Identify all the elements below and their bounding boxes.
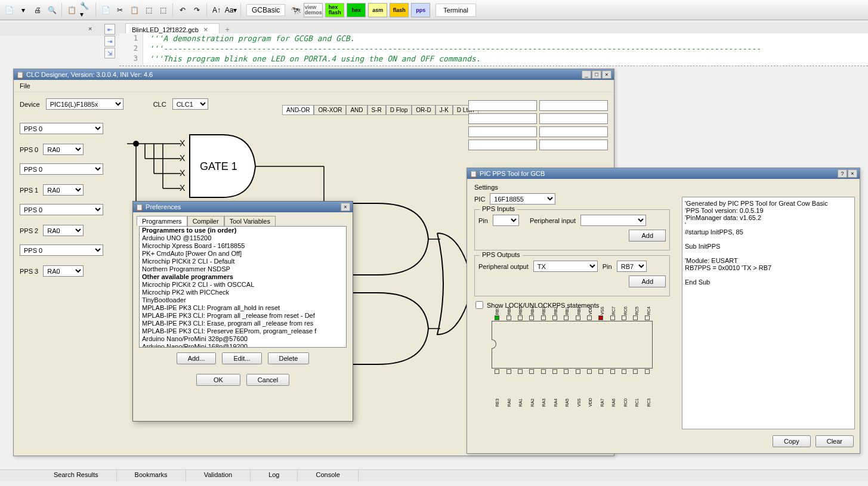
list-item[interactable]: MPLAB-IPE PK3 CLI: Erase, program all _r… xyxy=(140,320,346,327)
hex-flash-button[interactable]: hex flash xyxy=(325,3,344,17)
pps-sel-2[interactable]: PPS 0 xyxy=(20,163,103,175)
cow-icon[interactable]: 🐄 xyxy=(289,4,302,17)
cancel-button[interactable]: Cancel xyxy=(246,374,289,386)
tab-log[interactable]: Log xyxy=(251,470,298,481)
pin-sel-2[interactable]: RA0 xyxy=(43,184,84,196)
add-button[interactable]: Add... xyxy=(177,352,217,364)
add-input-button[interactable]: Add xyxy=(629,230,666,242)
delete-button[interactable]: Delete xyxy=(268,352,310,364)
list-item[interactable]: MPLAB-IPE PK3 CLI: Program all _release … xyxy=(140,312,346,320)
clc-text-2[interactable] xyxy=(539,100,608,111)
list-item[interactable]: Microchip Xpress Board - 16f18855 xyxy=(140,242,346,250)
print-icon[interactable]: 🖨 xyxy=(31,4,44,17)
list-item[interactable]: MPLAB-IPE PK3 CLI: Preserve EEProm, prog… xyxy=(140,327,346,335)
pref-title-bar[interactable]: 📋 Preferences × xyxy=(133,202,353,212)
new-icon[interactable]: 📄 xyxy=(2,4,16,17)
flash-button[interactable]: flash xyxy=(390,3,409,17)
tab-and-or[interactable]: AND-OR xyxy=(282,105,314,115)
cut-icon[interactable]: ✂ xyxy=(113,4,126,17)
output-pin-select[interactable]: RB7 xyxy=(617,261,647,272)
tab-jk[interactable]: J-K xyxy=(435,105,453,115)
panel-close-icon[interactable]: × xyxy=(88,25,95,32)
copy-button[interactable]: Copy xyxy=(773,435,811,447)
programmers-list[interactable]: Programmers to use (in order) Arduino UN… xyxy=(139,226,347,348)
fold-icon-1[interactable]: ⇤ xyxy=(104,24,115,35)
code-editor[interactable]: 123 '''A demonstration program for GCGB … xyxy=(119,33,868,66)
tab-dflop[interactable]: D Flop xyxy=(386,105,412,115)
tab-search-results[interactable]: Search Results xyxy=(36,470,117,481)
pin-sel-1[interactable]: RA0 xyxy=(43,144,84,155)
list-item[interactable]: Arduino Nano/ProMini 168p@19200 xyxy=(140,343,346,348)
clc-text-3[interactable] xyxy=(468,113,537,124)
list-item[interactable]: Arduino Nano/ProMini 328p@57600 xyxy=(140,335,346,343)
close-icon[interactable]: × xyxy=(602,70,611,79)
tab-ord[interactable]: OR-D xyxy=(412,105,435,115)
clc-title-bar[interactable]: 📋 CLC Designer, Version: 3.0.0.4, INI Ve… xyxy=(14,69,614,80)
add-output-button[interactable]: Add xyxy=(629,275,666,287)
tab-compiler[interactable]: Compiler xyxy=(187,216,224,226)
select-all-icon[interactable]: ⬚ xyxy=(156,4,169,17)
paste-icon[interactable]: 📋 xyxy=(128,4,141,17)
font-dec-icon[interactable]: Aa▾ xyxy=(224,4,237,17)
language-selector[interactable]: GCBasic xyxy=(246,4,285,16)
clc-text-6[interactable] xyxy=(539,126,608,137)
redo-icon[interactable]: ↷ xyxy=(190,4,203,17)
device-select[interactable]: PIC16(L)F1885x xyxy=(46,98,123,110)
clc-menu-file[interactable]: File xyxy=(20,82,30,89)
ok-button[interactable]: OK xyxy=(196,374,240,386)
list-item[interactable]: MPLAB-IPE PK3 CLI: Program all_hold in r… xyxy=(140,304,346,312)
input-pin-select[interactable] xyxy=(493,215,519,226)
clear-button[interactable]: Clear xyxy=(816,435,854,447)
pref-close-icon[interactable]: × xyxy=(341,203,350,211)
pps-button[interactable]: pps xyxy=(411,3,430,17)
clc-text-4[interactable] xyxy=(539,113,608,124)
close-tab-icon[interactable]: × xyxy=(203,25,208,34)
maximize-icon[interactable]: □ xyxy=(592,70,601,79)
tab-or-xor[interactable]: OR-XOR xyxy=(314,105,346,115)
periph-out-select[interactable]: TX xyxy=(533,261,598,272)
pic-select[interactable]: 16F18855 xyxy=(490,193,555,205)
tab-programmers[interactable]: Programmers xyxy=(137,216,187,226)
tab-and[interactable]: AND xyxy=(346,105,367,115)
tab-validation[interactable]: Validation xyxy=(186,470,251,481)
pps-help-icon[interactable]: ? xyxy=(838,169,847,178)
minimize-icon[interactable]: _ xyxy=(582,70,591,79)
list-item[interactable]: PK+ CmdAuto [Power On and Off] xyxy=(140,250,346,258)
hex-button[interactable]: hex xyxy=(347,3,366,17)
clc-text-8[interactable] xyxy=(539,140,608,150)
pps-output-text[interactable]: 'Generated by PIC PPS Tool for Great Cow… xyxy=(682,197,855,429)
tools-icon[interactable]: 🔧▾ xyxy=(79,4,92,17)
fold-icon-2[interactable]: ⇥ xyxy=(104,36,115,47)
select-icon[interactable]: ⬚ xyxy=(142,4,155,17)
copy-icon[interactable]: 📄 xyxy=(99,4,112,17)
font-inc-icon[interactable]: A↑ xyxy=(210,4,223,17)
tab-tool-variables[interactable]: Tool Variables xyxy=(224,216,276,226)
periph-in-select[interactable] xyxy=(580,215,646,226)
tab-console[interactable]: Console xyxy=(298,470,358,481)
save-dropdown-icon[interactable]: ▾ xyxy=(17,4,30,17)
search-icon[interactable]: 🔍 xyxy=(45,4,58,17)
clc-text-1[interactable] xyxy=(468,100,537,111)
pps-sel-1[interactable]: PPS 0 xyxy=(20,123,103,134)
tab-bookmarks[interactable]: Bookmarks xyxy=(117,470,186,481)
list-item[interactable]: Microchip PICKit 2 CLI - Default xyxy=(140,258,346,265)
tab-sr[interactable]: S-R xyxy=(367,105,386,115)
doc-icon[interactable]: 📋 xyxy=(65,4,78,17)
terminal-button[interactable]: Terminal xyxy=(435,4,476,17)
pps-close-icon[interactable]: × xyxy=(848,169,857,178)
list-item[interactable]: Microchip PICKit 2 CLI - with OSCCAL xyxy=(140,281,346,289)
add-tab-icon[interactable]: + xyxy=(220,25,236,34)
pps-title-bar[interactable]: 📋 PIC PPS Tool for GCB ? × xyxy=(467,168,860,179)
asm-button[interactable]: asm xyxy=(368,3,387,17)
view-demos-button[interactable]: view demos xyxy=(304,3,323,17)
pps-sel-3[interactable]: PPS 0 xyxy=(20,204,103,215)
clc-select[interactable]: CLC1 xyxy=(172,98,208,110)
show-lock-checkbox[interactable] xyxy=(475,301,483,309)
pps-sel-4[interactable]: PPS 0 xyxy=(20,244,103,256)
list-item[interactable]: Arduino UNO @115200 xyxy=(140,234,346,242)
list-item[interactable]: Microchip PK2 with PICCheck xyxy=(140,289,346,296)
pin-sel-4[interactable]: RA0 xyxy=(43,265,84,277)
pin-sel-3[interactable]: RA0 xyxy=(43,225,84,236)
fold-icon-3[interactable]: ⇲ xyxy=(104,48,115,58)
undo-icon[interactable]: ↶ xyxy=(176,4,189,17)
